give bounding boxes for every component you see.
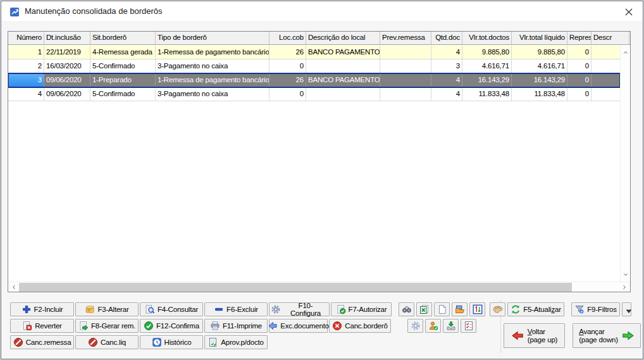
button-label: Canc.remessa bbox=[26, 338, 71, 346]
close-icon[interactable] bbox=[623, 6, 635, 18]
historico-button[interactable]: Histórico bbox=[140, 335, 203, 349]
button-label: Canc.borderô bbox=[345, 322, 387, 330]
cell: 1 bbox=[8, 46, 44, 59]
horizontal-scrollbar[interactable] bbox=[8, 282, 630, 292]
button-label: F9-Filtros bbox=[587, 306, 617, 313]
f10-configura-button[interactable]: F10-Configura bbox=[269, 302, 330, 316]
back-arrow-icon bbox=[511, 330, 524, 341]
cell bbox=[380, 87, 431, 101]
column-header[interactable]: Loc.cob bbox=[269, 32, 306, 45]
voltar-button[interactable]: Voltar (page up) bbox=[504, 323, 565, 348]
table-row[interactable]: 309/06/20201-Preparado1-Remessa de pagam… bbox=[8, 73, 620, 87]
f12-confirma-button[interactable]: F12-Confirma bbox=[140, 319, 203, 333]
minus-icon bbox=[214, 304, 224, 314]
column-header[interactable]: Repres bbox=[567, 32, 591, 45]
download-button[interactable] bbox=[443, 319, 459, 333]
vertical-scrollbar[interactable] bbox=[620, 46, 630, 282]
column-header[interactable]: Dt.inclusão bbox=[44, 32, 90, 45]
settings-button[interactable] bbox=[407, 319, 423, 333]
f5-atualizar-button[interactable]: F5-Atualizar bbox=[507, 302, 564, 316]
user-approve-button[interactable] bbox=[425, 319, 441, 333]
data-grid: NúmeroDt.inclusãoSit.borderôTipo de bord… bbox=[8, 31, 631, 292]
cell: 0 bbox=[567, 59, 591, 73]
search-button[interactable] bbox=[399, 302, 414, 316]
cell: BANCO PAGAMENTOS bbox=[306, 46, 380, 59]
cell: 2 bbox=[8, 59, 44, 73]
export-folder-button[interactable] bbox=[452, 302, 468, 316]
table-row[interactable]: 216/03/20205-Confirmado3-Pagamento no ca… bbox=[8, 59, 620, 73]
scroll-up-icon[interactable] bbox=[622, 49, 629, 56]
scrollbar-thumb[interactable] bbox=[19, 283, 572, 292]
cell bbox=[591, 73, 620, 87]
cell bbox=[591, 59, 620, 73]
avancar-button[interactable]: Avançar (page down) bbox=[573, 323, 641, 348]
scroll-down-icon[interactable] bbox=[622, 271, 629, 278]
column-header[interactable]: Descr bbox=[591, 32, 629, 45]
filtros-dropdown-button[interactable] bbox=[622, 302, 631, 316]
table-row[interactable]: 409/06/20205-Confirmado3-Pagamento no ca… bbox=[8, 87, 620, 101]
column-header[interactable]: Sit.borderô bbox=[90, 32, 156, 45]
cell: 0 bbox=[567, 87, 591, 101]
cell: 9.885,80 bbox=[462, 46, 512, 59]
f4-consultar-button[interactable]: F4-Consultar bbox=[140, 302, 203, 316]
reverter-button[interactable]: Reverter bbox=[10, 319, 74, 333]
cell bbox=[591, 87, 620, 101]
canc-remessa-button[interactable]: Canc.remessa bbox=[10, 335, 74, 349]
column-header[interactable]: Número bbox=[8, 32, 44, 45]
cell: 9.885,80 bbox=[512, 46, 567, 59]
f7-autorizar-button[interactable]: F7-Autorizar bbox=[331, 302, 392, 316]
button-label: F7-Autorizar bbox=[349, 306, 387, 313]
excel-icon bbox=[419, 304, 430, 314]
column-header[interactable]: Prev.remessa bbox=[380, 32, 431, 45]
f11-imprime-button[interactable]: F11-Imprime bbox=[204, 319, 268, 333]
column-header[interactable]: Vlr.tot.doctos bbox=[462, 32, 512, 45]
table-row[interactable]: 122/11/20194-Remessa gerada1-Remessa de … bbox=[8, 46, 620, 59]
cell bbox=[306, 59, 380, 73]
canc-bordero-button[interactable]: Canc.borderô bbox=[329, 319, 391, 333]
canc-liq-button[interactable]: Canc.liq bbox=[75, 335, 139, 349]
cell: 5-Confirmado bbox=[90, 59, 156, 73]
column-header[interactable]: Descrição do local bbox=[306, 32, 380, 45]
binoculars-icon bbox=[402, 304, 412, 314]
f8-gerar-rem-button[interactable]: F8-Gerar rem. bbox=[75, 319, 139, 333]
cell: 3 bbox=[431, 59, 462, 73]
new-doc-icon bbox=[437, 304, 447, 314]
plus-icon bbox=[22, 304, 32, 314]
confirm-icon bbox=[144, 321, 154, 331]
scroll-right-icon[interactable] bbox=[621, 284, 628, 290]
title-bar[interactable]: Manutenção consolidada de borderôs bbox=[1, 1, 643, 22]
f9-filtros-button[interactable]: F9-Filtros bbox=[571, 302, 620, 316]
sort-order-icon bbox=[473, 304, 483, 314]
cell: 4 bbox=[431, 73, 462, 87]
window-title: Manutenção consolidada de borderôs bbox=[25, 6, 163, 16]
column-header[interactable]: Vlr.total líquido bbox=[512, 32, 567, 45]
checklist-button[interactable] bbox=[461, 319, 476, 333]
column-order-button[interactable] bbox=[469, 302, 485, 316]
f2-incluir-button[interactable]: F2-Incluir bbox=[10, 302, 74, 316]
cell: 3 bbox=[8, 73, 44, 87]
cell bbox=[591, 46, 620, 59]
cancel-circle-icon bbox=[332, 321, 342, 331]
column-header[interactable]: Qtd.doc bbox=[431, 32, 462, 45]
cell: 09/06/2020 bbox=[44, 87, 90, 101]
new-document-button[interactable] bbox=[434, 302, 450, 316]
gear-icon bbox=[411, 321, 421, 331]
export-excel-button[interactable] bbox=[416, 302, 432, 316]
button-label: F11-Imprime bbox=[223, 322, 262, 330]
f3-alterar-button[interactable]: F3-Alterar bbox=[75, 302, 139, 316]
cell: 16/03/2020 bbox=[44, 59, 90, 73]
palette-icon bbox=[493, 304, 503, 314]
column-header[interactable]: Tipo de borderô bbox=[156, 32, 269, 45]
aprov-p-docto-button[interactable]: Aprov.p/docto bbox=[204, 335, 268, 349]
cell: 3-Pagamento no caixa bbox=[156, 87, 269, 101]
filter-icon bbox=[574, 304, 585, 314]
palette-button[interactable] bbox=[490, 302, 505, 316]
exc-documento-button[interactable]: Exc.documento bbox=[269, 319, 328, 333]
cell: 0 bbox=[567, 73, 591, 87]
scroll-left-icon[interactable] bbox=[11, 284, 17, 290]
history-icon bbox=[152, 337, 162, 347]
cell: 3-Pagamento no caixa bbox=[156, 59, 269, 73]
f6-excluir-button[interactable]: F6-Excluir bbox=[204, 302, 268, 316]
cell: 0 bbox=[269, 59, 306, 73]
button-label: F4-Consultar bbox=[158, 306, 198, 313]
